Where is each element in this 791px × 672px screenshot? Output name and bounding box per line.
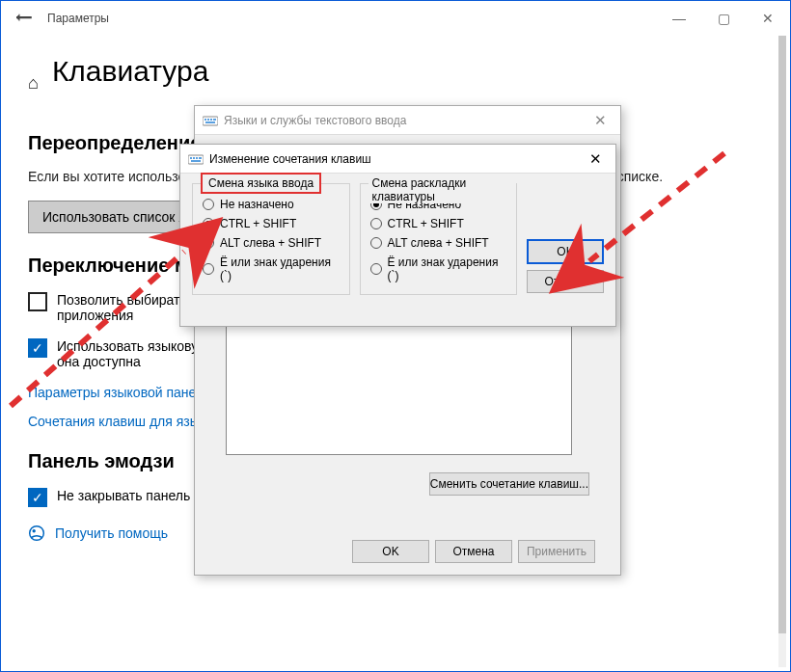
dlg2-ok-button[interactable]: OK: [527, 239, 604, 264]
dlg1-apply-button: Применить: [518, 540, 595, 563]
svg-rect-8: [188, 155, 204, 164]
input-language-group: Смена языка ввода Не назначено CTRL + SH…: [192, 183, 350, 295]
change-key-combo-dialog-title: Изменение сочетания клавиш: [209, 152, 371, 166]
lang-alt-shift-radio[interactable]: [203, 237, 214, 249]
dlg1-ok-button[interactable]: OK: [352, 540, 429, 563]
home-icon[interactable]: ⌂: [28, 73, 39, 94]
lang-ctrl-shift-label: CTRL + SHIFT: [220, 217, 296, 230]
keyboard-layout-group-title: Смена раскладки клавиатуры: [368, 176, 517, 203]
svg-point-0: [30, 525, 44, 540]
svg-rect-5: [210, 119, 212, 121]
maximize-button[interactable]: ▢: [701, 1, 746, 36]
svg-rect-13: [191, 160, 201, 162]
svg-point-1: [33, 529, 36, 532]
minimize-button[interactable]: —: [657, 1, 701, 36]
dlg2-cancel-button[interactable]: Отмена: [527, 270, 604, 293]
layout-grave-label: Ё или знак ударения (`): [388, 255, 507, 282]
dlg1-cancel-button[interactable]: Отмена: [435, 540, 512, 563]
get-help-link[interactable]: Получить помощь: [55, 525, 168, 541]
layout-alt-shift-radio[interactable]: [370, 237, 382, 249]
svg-rect-3: [205, 119, 206, 121]
help-icon: [28, 524, 45, 542]
svg-rect-2: [203, 117, 218, 125]
change-key-combo-dialog: Изменение сочетания клавиш ✕ Смена языка…: [179, 144, 616, 327]
lang-grave-radio[interactable]: [203, 263, 214, 275]
svg-rect-10: [193, 157, 195, 159]
svg-rect-7: [205, 121, 215, 123]
lang-grave-label: Ё или знак ударения (`): [220, 255, 340, 282]
dlg2-close-button[interactable]: ✕: [584, 150, 608, 168]
input-language-group-title: Смена языка ввода: [201, 173, 321, 194]
layout-ctrl-shift-radio[interactable]: [370, 218, 382, 229]
lang-alt-shift-label: ALT слева + SHIFT: [220, 236, 321, 250]
back-button[interactable]: 🠔: [5, 1, 43, 36]
svg-rect-4: [207, 119, 209, 121]
change-key-combo-button[interactable]: Сменить сочетание клавиш...: [429, 472, 589, 496]
emoji-autoclose-checkbox[interactable]: ✓: [28, 488, 47, 507]
svg-rect-11: [196, 157, 198, 159]
use-language-bar-checkbox[interactable]: ✓: [28, 338, 47, 358]
per-app-input-checkbox[interactable]: [28, 292, 47, 311]
layout-grave-radio[interactable]: [370, 263, 382, 275]
keyboard-icon: [188, 151, 204, 167]
svg-rect-12: [199, 157, 202, 159]
lang-ctrl-shift-radio[interactable]: [203, 218, 214, 229]
layout-alt-shift-label: ALT слева + SHIFT: [388, 236, 489, 250]
window-title: Параметры: [47, 12, 109, 25]
text-services-dialog-title: Языки и службы текстового ввода: [224, 114, 406, 127]
lang-none-radio[interactable]: [203, 199, 214, 210]
svg-rect-9: [190, 157, 192, 159]
keyboard-layout-group: Смена раскладки клавиатуры Не назначено …: [360, 183, 518, 295]
text-services-close-button[interactable]: ✕: [588, 112, 613, 129]
page-title: Клавиатура: [52, 55, 209, 88]
keyboard-icon: [203, 113, 218, 128]
close-button[interactable]: ✕: [746, 1, 790, 36]
settings-titlebar: 🠔 Параметры — ▢ ✕: [1, 1, 790, 36]
scrollbar-thumb[interactable]: [778, 36, 786, 633]
scrollbar[interactable]: [778, 36, 786, 667]
layout-ctrl-shift-label: CTRL + SHIFT: [388, 217, 464, 230]
lang-none-label: Не назначено: [220, 198, 294, 211]
svg-rect-6: [213, 119, 216, 121]
